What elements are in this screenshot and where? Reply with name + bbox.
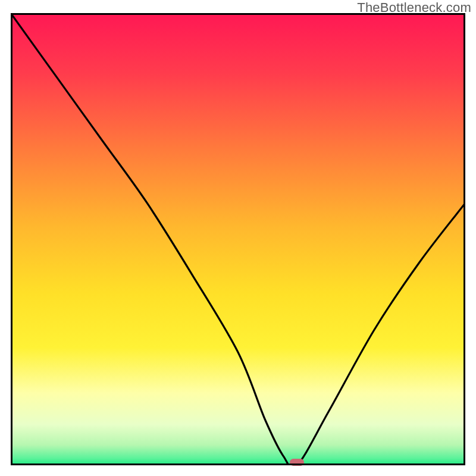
plot-area	[11, 13, 465, 465]
bottleneck-curve	[11, 13, 465, 465]
bottleneck-chart: TheBottleneck.com	[0, 0, 476, 476]
minimum-marker	[290, 459, 304, 466]
watermark-text: TheBottleneck.com	[357, 0, 471, 15]
